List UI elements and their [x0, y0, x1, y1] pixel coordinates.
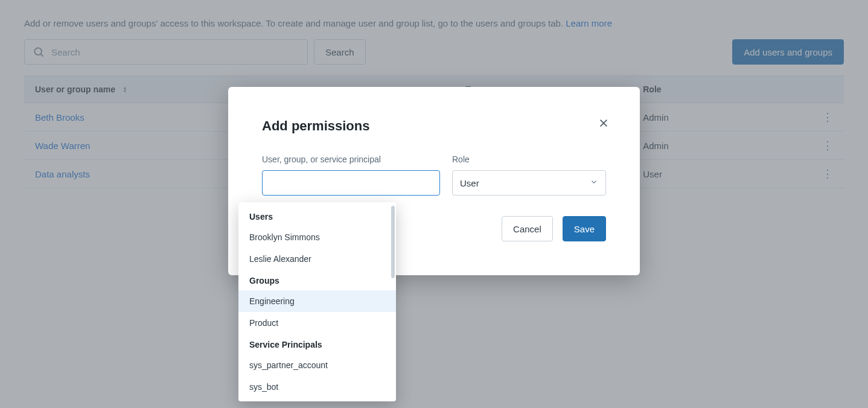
- role-label: Role: [452, 155, 606, 164]
- autocomplete-item[interactable]: sys_partner_account: [238, 354, 396, 376]
- autocomplete-group-header: Users: [238, 206, 396, 226]
- autocomplete-group-header: Groups: [238, 270, 396, 290]
- principal-label: User, group, or service principal: [262, 155, 440, 164]
- autocomplete-item[interactable]: sys_bot: [238, 376, 396, 398]
- close-icon[interactable]: [599, 118, 608, 130]
- autocomplete-dropdown: UsersBrooklyn SimmonsLeslie AlexanderGro…: [238, 202, 396, 401]
- autocomplete-item[interactable]: Leslie Alexander: [238, 248, 396, 270]
- role-value: User: [460, 178, 479, 188]
- autocomplete-item[interactable]: Brooklyn Simmons: [238, 226, 396, 248]
- role-select[interactable]: User: [452, 170, 606, 196]
- scrollbar-thumb[interactable]: [391, 206, 395, 278]
- principal-input[interactable]: [262, 170, 440, 196]
- chevron-down-icon: [590, 178, 598, 188]
- autocomplete-item[interactable]: Engineering: [238, 290, 396, 312]
- modal-form-row: User, group, or service principal Role U…: [262, 155, 606, 196]
- modal-title: Add permissions: [262, 118, 606, 134]
- autocomplete-item[interactable]: Product: [238, 312, 396, 334]
- autocomplete-group-header: Service Principals: [238, 334, 396, 354]
- save-button[interactable]: Save: [563, 216, 606, 241]
- principal-field: User, group, or service principal: [262, 155, 440, 196]
- cancel-button[interactable]: Cancel: [502, 216, 553, 241]
- role-field: Role User: [452, 155, 606, 196]
